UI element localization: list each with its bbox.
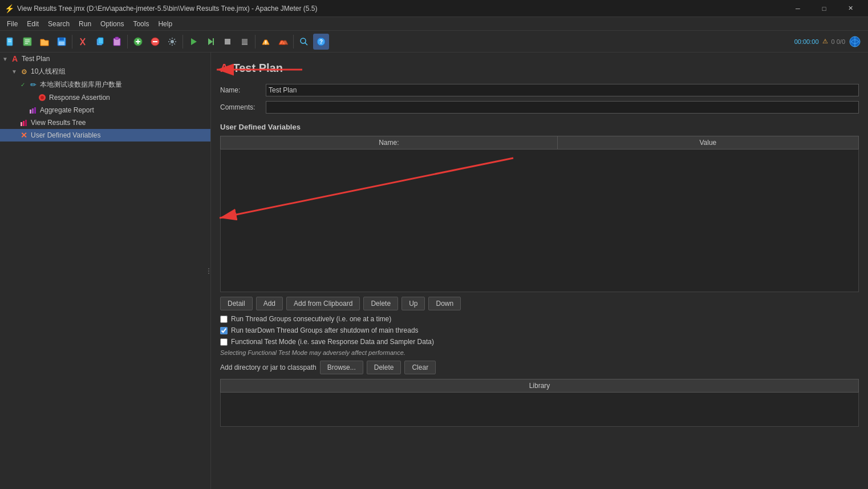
main-container: ▼ A Test Plan ▼ ⚙ 10人线程组 ✓ ✏ 本地测试读数据库用户数… — [0, 52, 868, 489]
toolbar-sep-3 — [182, 35, 183, 49]
functional-test-label: Functional Test Mode (i.e. save Response… — [231, 338, 434, 346]
maximize-button[interactable]: □ — [811, 0, 837, 17]
error-counts: 0 0/0 — [832, 38, 845, 45]
tree-item-sampler[interactable]: ✓ ✏ 本地测试读数据库用户数量 — [0, 78, 210, 91]
menu-edit[interactable]: Edit — [22, 19, 43, 29]
panel-title: A Test Plan — [220, 62, 859, 75]
thread-group-label: 10人线程组 — [31, 67, 66, 76]
up-button[interactable]: Up — [401, 297, 425, 310]
tree-item-user-defined-variables[interactable]: ✕ User Defined Variables — [0, 129, 210, 142]
menu-run[interactable]: Run — [74, 19, 96, 29]
test-plan-label: Test Plan — [22, 55, 50, 63]
window-title: View Results Tree.jmx (D:\Env\apache-jme… — [17, 5, 785, 13]
add-from-clipboard-button[interactable]: Add from Clipboard — [286, 297, 360, 310]
new-button[interactable] — [2, 34, 18, 50]
variables-table: Name: Value — [220, 136, 859, 292]
toolbar-sep-2 — [127, 35, 128, 49]
down-button[interactable]: Down — [428, 297, 461, 310]
sampler-icon: ✏ — [29, 80, 38, 90]
toolbar-sep-1 — [72, 35, 72, 49]
svg-rect-42 — [23, 121, 25, 126]
app-icon: ⚡ — [5, 4, 14, 13]
col-name: Name: — [221, 136, 558, 149]
open-button[interactable] — [36, 34, 52, 50]
options-section: Run Thread Groups consecutively (i.e. on… — [220, 315, 859, 346]
tree-item-thread-group[interactable]: ▼ ⚙ 10人线程组 — [0, 65, 210, 78]
run-teardown-checkbox[interactable] — [220, 327, 228, 334]
svg-point-37 — [40, 96, 44, 99]
remove-button[interactable] — [147, 34, 163, 50]
clear-button[interactable] — [258, 34, 274, 50]
tree-item-test-plan[interactable]: ▼ A Test Plan — [0, 52, 210, 65]
stop-button[interactable] — [220, 34, 236, 50]
tree-item-aggregate-report[interactable]: Aggregate Report — [0, 104, 210, 116]
tree-item-view-results-tree[interactable]: View Results Tree — [0, 116, 210, 129]
svg-rect-8 — [59, 38, 64, 41]
test-plan-icon: A — [10, 54, 19, 63]
toolbar-sep-5 — [293, 35, 294, 49]
paste-button[interactable] — [109, 34, 125, 50]
panel-resize-handle[interactable] — [207, 260, 210, 282]
clear-all-button[interactable] — [275, 34, 291, 50]
network-icon — [849, 35, 861, 48]
run-consecutive-label: Run Thread Groups consecutively (i.e. on… — [231, 315, 391, 323]
tree-item-response-assertion[interactable]: Response Assertion — [0, 91, 210, 104]
col-value: Value — [557, 136, 858, 149]
library-table: Library — [220, 379, 859, 427]
functional-test-checkbox[interactable] — [220, 338, 228, 346]
minimize-button[interactable]: ─ — [785, 0, 811, 17]
functional-test-info: Selecting Functional Test Mode may adver… — [220, 349, 859, 356]
panel-title-text: Test Plan — [233, 62, 282, 75]
view-results-tree-label: View Results Tree — [31, 119, 86, 127]
help-button[interactable]: ? — [313, 34, 329, 50]
svg-line-31 — [305, 42, 308, 45]
close-button[interactable]: ✕ — [837, 0, 863, 17]
clear-button[interactable]: Clear — [404, 361, 436, 374]
classpath-delete-button[interactable]: Delete — [367, 361, 401, 374]
play-button[interactable] — [185, 34, 201, 50]
svg-rect-25 — [225, 39, 230, 45]
delete-var-button[interactable]: Delete — [363, 297, 398, 310]
svg-text:?: ? — [319, 39, 323, 45]
response-assertion-icon — [38, 93, 47, 102]
templates-button[interactable] — [19, 34, 35, 50]
add-var-button[interactable]: Add — [256, 297, 283, 310]
menu-tools[interactable]: Tools — [128, 19, 153, 29]
svg-marker-23 — [208, 38, 213, 45]
add-button[interactable] — [130, 34, 146, 50]
search-button[interactable] — [296, 34, 312, 50]
menu-options[interactable]: Options — [96, 19, 128, 29]
response-assertion-label: Response Assertion — [49, 94, 110, 102]
copy-button[interactable] — [92, 34, 108, 50]
comments-input[interactable] — [266, 101, 859, 114]
comments-label: Comments: — [220, 103, 266, 111]
run-consecutive-checkbox[interactable] — [220, 316, 228, 323]
detail-button[interactable]: Detail — [220, 297, 253, 310]
checkbox-functional-test-row: Functional Test Mode (i.e. save Response… — [220, 338, 859, 346]
settings-button[interactable] — [164, 34, 180, 50]
checkbox-run-consecutive-row: Run Thread Groups consecutively (i.e. on… — [220, 315, 859, 323]
play-no-pause-button[interactable] — [202, 34, 218, 50]
svg-point-21 — [171, 40, 174, 43]
menu-search[interactable]: Search — [43, 19, 74, 29]
thread-group-icon: ⚙ — [19, 67, 29, 76]
menu-file[interactable]: File — [2, 19, 22, 29]
cut-button[interactable] — [75, 34, 91, 50]
sampler-label: 本地测试读数据库用户数量 — [40, 80, 122, 90]
browse-button[interactable]: Browse... — [320, 361, 363, 374]
name-input[interactable] — [266, 84, 859, 96]
save-button[interactable] — [54, 34, 70, 50]
stop-all-button[interactable] — [237, 34, 253, 50]
chevron-test-plan: ▼ — [2, 56, 10, 62]
window-controls: ─ □ ✕ — [785, 0, 863, 17]
toolbar-sep-4 — [255, 35, 255, 49]
menu-help[interactable]: Help — [153, 19, 177, 29]
chevron-thread-group: ▼ — [11, 68, 19, 75]
warning-icon: ⚠ — [822, 38, 828, 45]
toolbar: ? 00:00:00 ⚠ 0 0/0 — [0, 31, 868, 52]
svg-rect-40 — [34, 107, 36, 114]
svg-marker-22 — [191, 38, 197, 45]
svg-rect-38 — [30, 110, 31, 114]
table-actions: Detail Add Add from Clipboard Delete Up … — [220, 297, 859, 310]
svg-rect-13 — [98, 38, 103, 44]
